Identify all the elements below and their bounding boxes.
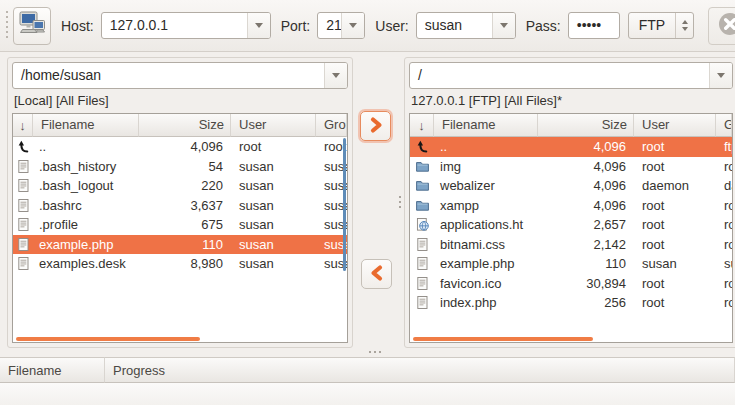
file-size: 2,142 — [538, 237, 634, 252]
file-size: 4,096 — [538, 198, 634, 213]
host-combo[interactable]: 127.0.0.1 — [101, 12, 271, 39]
file-size: 54 — [139, 159, 231, 174]
file-user: susan — [231, 256, 316, 271]
password-dots[interactable]: ••••• — [569, 13, 619, 38]
chevron-right-icon — [367, 116, 385, 137]
file-row[interactable]: .profile675susansusan — [13, 215, 347, 235]
file-name: .. — [33, 139, 139, 154]
file-user: root — [634, 237, 716, 252]
column-header-group[interactable]: Group — [316, 114, 347, 137]
file-row[interactable]: favicon.ico30,894rootroot — [410, 274, 732, 294]
connection-toolbar: Host: 127.0.0.1 Port: 21 User: susan Pas… — [0, 0, 735, 52]
file-row[interactable]: index.php256rootroot — [410, 293, 732, 313]
file-icon — [13, 176, 33, 196]
protocol-spinner[interactable]: FTP — [628, 12, 694, 39]
chevron-left-icon — [368, 264, 386, 285]
user-value[interactable]: susan — [417, 13, 492, 38]
transfer-queue-list[interactable] — [0, 383, 735, 405]
file-name: .bash_history — [33, 159, 139, 174]
column-header-filename[interactable]: Filename — [33, 114, 139, 137]
sort-descending-icon[interactable]: ↓ — [410, 114, 434, 137]
file-name: index.php — [434, 295, 538, 310]
file-name: .bash_logout — [33, 178, 139, 193]
file-icon — [13, 157, 33, 177]
connect-button[interactable] — [13, 7, 51, 45]
file-row[interactable]: examples.desk8,980susansusan — [13, 254, 347, 274]
local-pane: /home/susan [Local] [All Files] ↓ Filena… — [7, 57, 353, 348]
file-size: 110 — [139, 237, 231, 252]
local-path-value[interactable]: /home/susan — [13, 63, 324, 88]
file-name: examples.desk — [33, 256, 139, 271]
port-value[interactable]: 21 — [318, 13, 341, 38]
file-name: example.php — [434, 256, 538, 271]
local-status-label: [Local] [All Files] — [14, 92, 346, 109]
file-row[interactable]: .bash_history54susansusan — [13, 157, 347, 177]
chevron-down-icon[interactable] — [492, 13, 515, 38]
file-user: root — [231, 139, 316, 154]
transfer-to-local-button[interactable] — [361, 259, 392, 289]
chevron-down-icon[interactable] — [247, 13, 270, 38]
transfer-column-filename[interactable]: Filename — [0, 357, 105, 383]
toolbar-drag-handle[interactable] — [6, 11, 8, 41]
file-user: root — [634, 198, 716, 213]
column-header-filename[interactable]: Filename — [434, 114, 538, 137]
horizontal-scrollbar[interactable] — [413, 337, 593, 341]
file-user: susan — [231, 198, 316, 213]
remote-pane: / 127.0.0.1 [FTP] [All Files]* ↓ Filenam… — [404, 57, 735, 348]
file-row[interactable]: bitnami.css2,142rootroot — [410, 235, 732, 255]
chevron-down-icon[interactable] — [341, 13, 364, 38]
file-user: susan — [231, 178, 316, 193]
column-header-size[interactable]: Size — [538, 114, 634, 137]
user-combo[interactable]: susan — [416, 12, 516, 39]
port-combo[interactable]: 21 — [317, 12, 365, 39]
local-rows: ..4,096rootroot.bash_history54susansusan… — [13, 137, 347, 274]
file-icon — [410, 293, 434, 313]
file-row[interactable]: .bash_logout220susansusan — [13, 176, 347, 196]
file-name: webalizer — [434, 178, 538, 193]
column-header-user[interactable]: User — [231, 114, 316, 137]
file-size: 2,657 — [538, 217, 634, 232]
chevron-down-icon[interactable] — [324, 63, 347, 88]
remote-path-combo[interactable]: / — [409, 62, 733, 89]
transfer-to-remote-button[interactable] — [360, 111, 391, 141]
file-row[interactable]: webalizer4,096daemondaemon — [410, 176, 732, 196]
file-icon — [13, 235, 33, 255]
file-row[interactable]: img4,096rootroot — [410, 157, 732, 177]
column-header-group[interactable]: Group — [716, 114, 732, 137]
file-icon — [13, 215, 33, 235]
spin-up-icon[interactable] — [682, 17, 688, 24]
column-header-user[interactable]: User — [634, 114, 716, 137]
file-row[interactable]: applications.ht2,657rootroot — [410, 215, 732, 235]
file-name: xampp — [434, 198, 538, 213]
remote-path-value[interactable]: / — [410, 63, 709, 88]
file-user: susan — [231, 159, 316, 174]
file-name: .. — [434, 139, 538, 154]
file-user: susan — [231, 237, 316, 252]
file-row[interactable]: xampp4,096rootroot — [410, 196, 732, 216]
file-size: 675 — [139, 217, 231, 232]
file-row[interactable]: ..4,096rootroot — [13, 137, 347, 157]
column-header-size[interactable]: Size — [139, 114, 231, 137]
host-value[interactable]: 127.0.0.1 — [102, 13, 247, 38]
file-row[interactable]: ..4,096rootftp — [410, 137, 732, 157]
chevron-down-icon[interactable] — [709, 63, 732, 88]
file-row[interactable]: example.php110susansusan — [13, 235, 347, 255]
transfer-column-progress[interactable]: Progress — [105, 357, 735, 383]
local-path-combo[interactable]: /home/susan — [12, 62, 348, 89]
pane-splitter-handle[interactable] — [399, 196, 401, 209]
file-size: 3,637 — [139, 198, 231, 213]
file-size: 220 — [139, 178, 231, 193]
password-field[interactable]: ••••• — [568, 12, 620, 39]
spinner-arrows[interactable] — [675, 13, 693, 38]
file-row[interactable]: .bashrc3,637susansusan — [13, 196, 347, 216]
file-group: root — [716, 217, 732, 232]
host-label: Host: — [61, 18, 94, 34]
vertical-scrollbar[interactable] — [343, 138, 346, 271]
spin-down-icon[interactable] — [682, 27, 688, 34]
sort-descending-icon[interactable]: ↓ — [13, 114, 33, 137]
horizontal-scrollbar[interactable] — [16, 337, 200, 341]
file-user: root — [634, 159, 716, 174]
up-icon — [410, 137, 434, 157]
file-row[interactable]: example.php110susansusan — [410, 254, 732, 274]
transfer-splitter-handle[interactable] — [369, 351, 382, 353]
